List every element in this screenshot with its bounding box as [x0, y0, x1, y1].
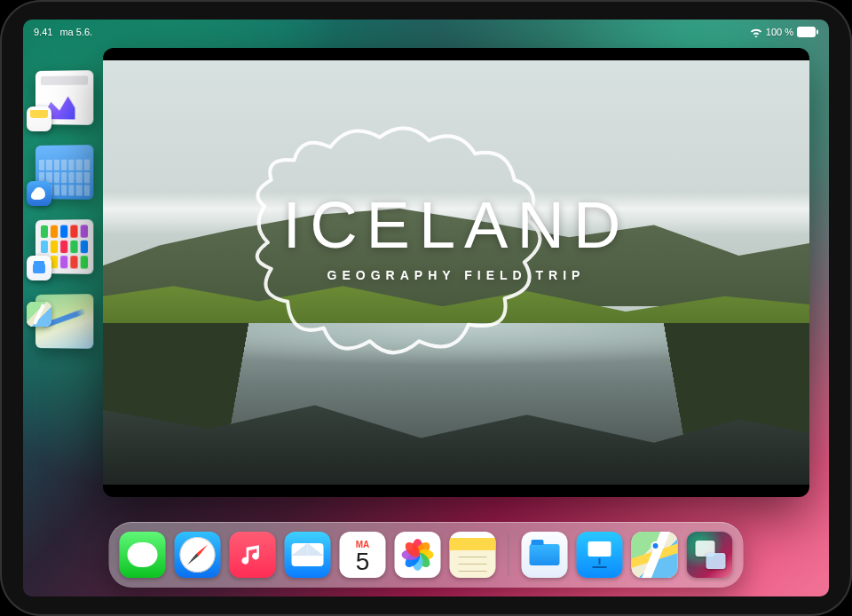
dock-files-icon[interactable]	[522, 532, 568, 578]
files-app-icon	[27, 256, 51, 280]
dock-notes-icon[interactable]	[450, 532, 496, 578]
dock-photos-icon[interactable]	[395, 532, 441, 578]
wifi-icon	[750, 28, 762, 37]
dock-safari-icon[interactable]	[175, 532, 221, 578]
dock-mail-icon[interactable]	[285, 532, 331, 578]
stage-manager-strip	[28, 71, 94, 348]
slide-title: ICELAND	[103, 187, 809, 263]
calendar-day: 5	[356, 549, 370, 574]
dock-maps-icon[interactable]	[632, 532, 678, 578]
stage-item-weather[interactable]	[28, 146, 92, 199]
maps-app-icon	[27, 302, 51, 327]
status-date: ma 5.6.	[59, 27, 92, 37]
dock-stage-manager-icon[interactable]	[687, 532, 733, 578]
keynote-window[interactable]: ICELAND GEOGRAPHY FIELD TRIP	[103, 48, 809, 497]
dock-divider	[509, 533, 509, 576]
dock-music-icon[interactable]	[230, 532, 276, 578]
status-bar: 9.41 ma 5.6. 100 %	[23, 23, 829, 41]
dock-messages-icon[interactable]	[120, 532, 166, 578]
notes-app-icon	[27, 107, 51, 131]
battery-icon	[797, 27, 818, 37]
stage-item-notes[interactable]	[28, 71, 92, 124]
svg-rect-0	[797, 27, 816, 37]
slide-subtitle: GEOGRAPHY FIELD TRIP	[103, 268, 809, 282]
dock-keynote-icon[interactable]	[577, 532, 623, 578]
dock: MA 5	[109, 522, 744, 588]
svg-rect-1	[816, 30, 818, 35]
status-battery-text: 100 %	[766, 27, 793, 37]
ipad-frame: 9.41 ma 5.6. 100 %	[0, 0, 852, 616]
dock-calendar-icon[interactable]: MA 5	[340, 532, 386, 578]
keynote-slide: ICELAND GEOGRAPHY FIELD TRIP	[103, 60, 809, 485]
stage-item-files[interactable]	[28, 220, 92, 273]
weather-app-icon	[27, 181, 51, 206]
screen: 9.41 ma 5.6. 100 %	[23, 20, 829, 596]
status-time: 9.41	[34, 27, 52, 37]
stage-item-maps[interactable]	[28, 295, 92, 348]
